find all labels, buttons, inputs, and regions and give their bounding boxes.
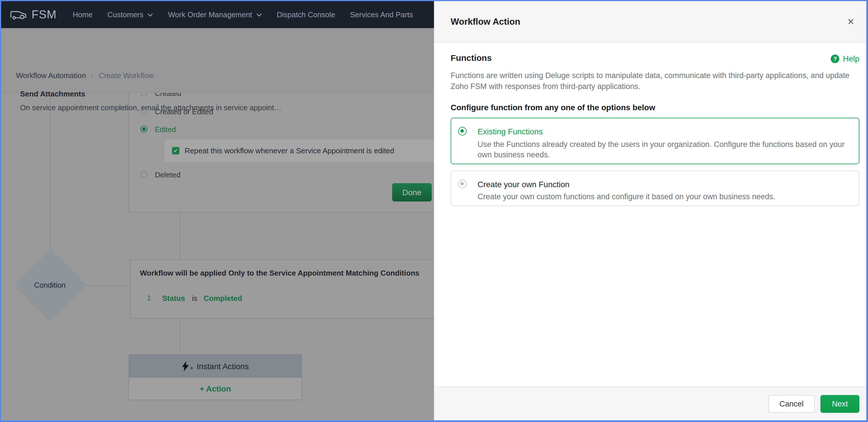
- option-description: Create your own custom functions and con…: [477, 192, 853, 202]
- help-label: Help: [843, 54, 859, 63]
- breadcrumb-separator-icon: ›: [91, 71, 94, 80]
- chevron-down-icon: [148, 13, 153, 17]
- cancel-button[interactable]: Cancel: [768, 395, 815, 413]
- radio-existing-functions-selected[interactable]: [458, 127, 467, 136]
- option-description: Use the Functions already created by the…: [477, 140, 853, 160]
- functions-description: Functions are written using Deluge scrip…: [451, 70, 856, 92]
- fsm-truck-logo-icon: [10, 9, 27, 20]
- close-icon[interactable]: ✕: [846, 17, 856, 27]
- radio-create-own-function[interactable]: [458, 180, 467, 188]
- panel-title: Workflow Action: [451, 17, 520, 27]
- trigger-option-edited[interactable]: Edited: [141, 124, 176, 134]
- workflow-action-panel: Workflow Action ✕ Functions ? Help Funct…: [434, 1, 866, 420]
- workflow-description: On service appointment completion, email…: [20, 103, 281, 112]
- rule-index-badge: 1: [143, 292, 155, 304]
- instant-actions-title: Instant Actions: [197, 362, 249, 371]
- trigger-options-panel: Created Created or Edited Edited ✓ Repea…: [128, 82, 434, 213]
- top-navbar: FSM Home Customers Work Order Management…: [1, 1, 434, 28]
- rule-operator: is: [192, 294, 197, 302]
- instant-actions-header: + Instant Actions: [129, 355, 302, 378]
- brand-text: FSM: [32, 8, 57, 21]
- connector-line-horizontal: [86, 285, 130, 286]
- nav-services-and-parts[interactable]: Services And Parts: [350, 10, 413, 19]
- nav-work-order-management[interactable]: Work Order Management: [168, 10, 262, 19]
- repeat-workflow-row[interactable]: ✓ Repeat this workflow whenever a Servic…: [164, 140, 434, 162]
- option-create-your-own-function[interactable]: Create your own Function Create your own…: [451, 171, 859, 206]
- chevron-down-icon: [256, 13, 262, 17]
- rule-value[interactable]: Completed: [204, 294, 242, 302]
- option-title: Existing Functions: [477, 127, 542, 136]
- page-header-band: Workflow Automation › Create Workflow Se…: [1, 28, 434, 93]
- done-button[interactable]: Done: [392, 183, 432, 201]
- nav-items: Home Customers Work Order Management Dis…: [72, 10, 413, 19]
- help-link[interactable]: ? Help: [831, 54, 859, 63]
- instant-actions-node: + Instant Actions + Action: [128, 354, 302, 400]
- connector-line-vertical-bottom: [180, 319, 181, 354]
- panel-footer: Cancel Next: [434, 386, 866, 420]
- configure-options-label: Configure function from any one of the o…: [451, 103, 655, 112]
- radio-label: Edited: [155, 125, 176, 134]
- option-title: Create your own Function: [477, 180, 569, 189]
- radio-deleted[interactable]: [141, 171, 147, 178]
- nav-customers[interactable]: Customers: [107, 10, 153, 19]
- radio-label: Deleted: [155, 170, 181, 179]
- radio-edited-selected[interactable]: [141, 126, 147, 133]
- connector-line-vertical-mid: [180, 213, 181, 259]
- condition-title: Workflow will be applied Only to the Ser…: [140, 269, 420, 277]
- trigger-option-deleted[interactable]: Deleted: [141, 170, 181, 179]
- add-action-link[interactable]: + Action: [199, 384, 231, 393]
- app-window: Created Created or Edited Edited ✓ Repea…: [0, 0, 868, 422]
- workflow-canvas-dimmed: Created Created or Edited Edited ✓ Repea…: [1, 1, 434, 420]
- nav-dispatch-console[interactable]: Dispatch Console: [277, 10, 335, 19]
- condition-rule: 1 Status is Completed: [143, 292, 242, 304]
- panel-header: Workflow Action ✕: [434, 1, 866, 43]
- breadcrumb-create-workflow: Create Workflow: [99, 71, 154, 80]
- connector-line-vertical-top: [50, 92, 51, 250]
- nav-home[interactable]: Home: [72, 10, 92, 19]
- rule-field[interactable]: Status: [162, 294, 185, 302]
- fsm-brand[interactable]: FSM: [10, 8, 57, 21]
- repeat-workflow-label: Repeat this workflow whenever a Service …: [185, 146, 394, 155]
- instant-actions-body: + Action: [129, 378, 302, 400]
- breadcrumb-workflow-automation[interactable]: Workflow Automation: [16, 71, 86, 80]
- option-existing-functions[interactable]: Existing Functions Use the Functions alr…: [451, 118, 859, 164]
- breadcrumb: Workflow Automation › Create Workflow: [16, 71, 154, 80]
- workflow-name: Send Attachments: [20, 90, 85, 98]
- next-button[interactable]: Next: [820, 395, 859, 413]
- help-question-icon: ?: [831, 54, 839, 63]
- lightning-plus-icon: +: [182, 361, 191, 371]
- functions-heading: Functions: [451, 53, 492, 63]
- checkbox-checked-icon[interactable]: ✓: [172, 147, 180, 154]
- condition-diamond-label: Condition: [21, 281, 79, 289]
- condition-card[interactable]: Workflow will be applied Only to the Ser…: [130, 259, 434, 319]
